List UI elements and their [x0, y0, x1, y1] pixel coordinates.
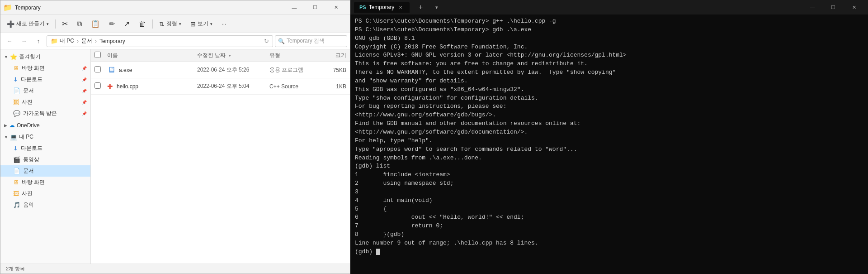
delete-button[interactable]: 🗑 [135, 18, 150, 30]
sidebar-item-downloads[interactable]: ⬇ 다운로드 📌 [0, 74, 90, 85]
search-box[interactable]: 🔍 Temporary 검색 [275, 35, 347, 47]
sidebar-onedrive-header[interactable]: ▶ ☁ OneDrive [0, 120, 90, 130]
hellocpp-checkbox[interactable] [94, 82, 101, 89]
aexe-date: 2022-06-24 오후 5:26 [197, 66, 269, 74]
downloads-label: 다운로드 [21, 76, 42, 83]
sidebar: ▼ ⭐ 즐겨찾기 🖥 바탕 화면 📌 ⬇ 다운로드 📌 📄 문서 [0, 49, 91, 264]
terminal-tab-icon: PS [359, 5, 366, 10]
sidebar-item-pc-documents[interactable]: 📄 문서 [0, 165, 90, 177]
sidebar-item-pc-music[interactable]: 🎵 음악 [0, 199, 90, 211]
rename-button[interactable]: ✏ [105, 18, 118, 30]
col-type-header[interactable]: 유형 [269, 52, 315, 59]
sort-button[interactable]: ⇅ 정렬 ▾ [156, 18, 185, 29]
share-icon: ↗ [124, 19, 130, 28]
sidebar-item-kakao[interactable]: 💬 카카오톡 받은 📌 [0, 108, 90, 119]
aexe-checkbox[interactable] [94, 66, 101, 72]
terminal-minimize-button[interactable]: — [802, 0, 823, 14]
sidebar-section-favorites: ▼ ⭐ 즐겨찾기 🖥 바탕 화면 📌 ⬇ 다운로드 📌 📄 문서 [0, 51, 90, 119]
terminal-dropdown-button[interactable]: ▾ [431, 0, 442, 14]
sidebar-item-pictures[interactable]: 🖼 사진 📌 [0, 96, 90, 108]
sidebar-section-thispc: ▼ 💻 내 PC ⬇ 다운로드 🎬 동영상 📄 문서 🖥 [0, 131, 90, 211]
hellocpp-size: 1KB [315, 83, 346, 90]
hellocpp-name: ✚ hello.cpp [105, 82, 197, 91]
explorer-minimize-button[interactable]: — [284, 0, 305, 15]
new-button[interactable]: ➕ 새로 만들기 ▾ [3, 18, 52, 29]
documents-pin-icon: 📌 [82, 89, 87, 93]
address-refresh-icon[interactable]: ↻ [264, 38, 269, 44]
statusbar-text: 2개 항목 [6, 265, 25, 272]
pc-music-icon: 🎵 [13, 202, 20, 208]
explorer-window: 📁 Temporary — ☐ ✕ ➕ 새로 만들기 ▾ ✂ ⧉ 📋 ✏ ↗ [0, 0, 350, 274]
sidebar-item-pc-desktop[interactable]: 🖥 바탕 화면 [0, 177, 90, 188]
pc-downloads-icon: ⬇ [13, 145, 18, 152]
rename-icon: ✏ [109, 19, 115, 28]
aexe-type: 응용 프로그램 [269, 66, 315, 74]
col-name-header[interactable]: 이름 [105, 52, 197, 59]
sidebar-item-pc-downloads[interactable]: ⬇ 다운로드 [0, 143, 90, 154]
paste-button[interactable]: 📋 [87, 18, 104, 30]
add-tab-icon: + [419, 3, 423, 11]
file-row-aexe[interactable]: 🖥 a.exe 2022-06-24 오후 5:26 응용 프로그램 75KB [91, 62, 350, 78]
terminal-titlebar: PS Temporary ✕ + ▾ — ☐ ✕ [350, 0, 868, 14]
terminal-tab[interactable]: PS Temporary ✕ [354, 2, 410, 13]
new-icon: ➕ [7, 20, 14, 28]
sidebar-favorites-header[interactable]: ▼ ⭐ 즐겨찾기 [0, 51, 90, 62]
file-list: 이름 수정한 날짜 ▾ 유형 크기 🖥 a.exe 2022-06-24 오후 … [91, 49, 350, 264]
address-folder-icon: 📁 [51, 38, 58, 44]
terminal-cursor [376, 249, 380, 255]
share-button[interactable]: ↗ [120, 18, 133, 30]
favorites-chevron-icon: ▼ [4, 55, 8, 59]
desktop-icon: 🖥 [13, 65, 19, 72]
more-button[interactable]: ··· [218, 19, 230, 29]
nav-up-button[interactable]: ↑ [32, 35, 45, 48]
pc-pictures-label: 사진 [22, 190, 33, 197]
downloads-pin-icon: 📌 [82, 77, 87, 82]
sidebar-item-pc-videos[interactable]: 🎬 동영상 [0, 154, 90, 165]
explorer-close-button[interactable]: ✕ [326, 0, 346, 15]
terminal-body[interactable]: PS C:\Users\cuteb\Documents\Temporary> g… [350, 14, 868, 274]
copy-button[interactable]: ⧉ [73, 18, 85, 30]
search-icon: 🔍 [278, 38, 285, 44]
sidebar-item-documents[interactable]: 📄 문서 📌 [0, 85, 90, 96]
new-button-label: 새로 만들기 [16, 20, 45, 28]
favorites-label: 즐겨찾기 [19, 53, 41, 61]
address-path[interactable]: 📁 내 PC › 문서 › Temporary ↻ [47, 35, 273, 47]
sidebar-thispc-header[interactable]: ▼ 💻 내 PC [0, 131, 90, 143]
toolbar-separator-2 [152, 19, 153, 29]
select-all-checkbox[interactable] [94, 52, 101, 58]
col-check-header[interactable] [94, 52, 105, 59]
nav-back-button[interactable]: ← [3, 35, 16, 48]
terminal-maximize-button[interactable]: ☐ [823, 0, 844, 14]
hellocpp-check[interactable] [94, 82, 105, 90]
pc-documents-icon: 📄 [13, 168, 20, 174]
terminal-add-tab-button[interactable]: + [413, 0, 428, 14]
explorer-toolbar: ➕ 새로 만들기 ▾ ✂ ⧉ 📋 ✏ ↗ 🗑 ⇅ 정렬 ▾ ⊞ [0, 15, 350, 33]
terminal-close-button[interactable]: ✕ [844, 0, 864, 14]
kakao-icon: 💬 [13, 110, 20, 117]
aexe-filename: a.exe [119, 67, 132, 73]
date-sort-icon: ▾ [229, 53, 231, 58]
sidebar-item-desktop[interactable]: 🖥 바탕 화면 📌 [0, 62, 90, 74]
file-row-hellocpp[interactable]: ✚ hello.cpp 2022-06-24 오후 5:04 C++ Sourc… [91, 78, 350, 95]
sidebar-item-pc-pictures[interactable]: 🖼 사진 [0, 188, 90, 199]
col-size-header[interactable]: 크기 [315, 52, 346, 59]
explorer-maximize-button[interactable]: ☐ [305, 0, 326, 15]
col-date-header[interactable]: 수정한 날짜 ▾ [197, 52, 269, 59]
terminal-dropdown-icon: ▾ [435, 5, 438, 10]
pc-desktop-label: 바탕 화면 [22, 178, 45, 186]
cut-button[interactable]: ✂ [58, 18, 71, 30]
sort-icon: ⇅ [159, 20, 165, 28]
sort-button-label: 정렬 [166, 20, 177, 28]
file-list-header: 이름 수정한 날짜 ▾ 유형 크기 [91, 49, 350, 62]
view-button[interactable]: ⊞ 보기 ▾ [187, 18, 216, 29]
nav-forward-button[interactable]: → [18, 35, 30, 48]
terminal-tab-close[interactable]: ✕ [397, 4, 404, 11]
explorer-window-icon: 📁 [4, 4, 11, 11]
aexe-icon: 🖥 [107, 65, 115, 75]
hellocpp-date: 2022-06-24 오후 5:04 [197, 82, 269, 90]
pc-videos-icon: 🎬 [13, 156, 20, 163]
pc-music-label: 음악 [23, 201, 34, 209]
aexe-check[interactable] [94, 66, 105, 74]
thispc-label: 내 PC [19, 133, 33, 141]
address-part-1: 내 PC [60, 37, 74, 45]
